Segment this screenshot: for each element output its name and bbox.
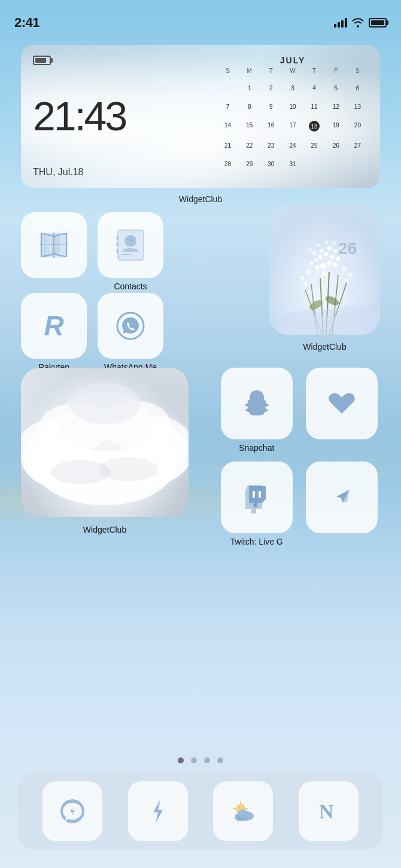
svg-point-26 [309, 261, 313, 265]
svg-point-29 [327, 246, 332, 250]
page-dot-2[interactable] [191, 757, 197, 763]
widgetclub-clouds-label: WidgetClub [21, 525, 189, 534]
svg-rect-12 [116, 249, 119, 253]
heart-icon[interactable] [306, 368, 378, 439]
svg-point-79 [238, 809, 248, 818]
cal-header-t1: T [260, 68, 281, 83]
twitch-icon[interactable] [221, 461, 293, 533]
twitch-label: Twitch: Live G [230, 537, 283, 546]
cal-header-m: M [239, 68, 260, 83]
svg-point-23 [324, 252, 329, 256]
status-bar: 2:41 [0, 0, 401, 36]
flowers-svg: 26 [269, 206, 380, 335]
svg-point-25 [330, 255, 335, 259]
contacts-svg [114, 228, 147, 262]
rakuten-icon[interactable]: R [21, 293, 87, 359]
svg-point-62 [99, 457, 159, 481]
svg-point-47 [325, 241, 328, 244]
contacts-app[interactable]: Contacts [98, 212, 163, 291]
whatsapp-me-app[interactable]: WhatsApp Me [98, 293, 163, 372]
status-icons [334, 18, 387, 27]
messenger-dock-icon[interactable] [42, 781, 102, 841]
svg-text:26: 26 [338, 239, 357, 258]
svg-rect-2 [41, 234, 50, 256]
cal-header-s1: S [217, 68, 238, 83]
svg-point-40 [315, 265, 320, 270]
clock-calendar-widget[interactable]: 21:43 THU, Jul.18 JULY S M T W T F S 1 2… [21, 45, 380, 188]
status-time: 2:41 [14, 15, 40, 30]
rakuten-app[interactable]: R Rakuten [21, 293, 87, 372]
page-dot-1[interactable] [178, 757, 184, 763]
widget-time: 21:43 [33, 96, 217, 136]
svg-rect-67 [259, 491, 261, 498]
widgetclub-label-top: WidgetClub [0, 194, 401, 204]
calendar-today: 18 [309, 121, 320, 132]
svg-rect-66 [253, 491, 255, 498]
twitch-app[interactable]: Twitch: Live G [218, 461, 295, 546]
compass-svg [324, 480, 359, 515]
svg-point-41 [333, 262, 338, 267]
whatsapp-icon[interactable] [98, 293, 163, 359]
twitch-svg [239, 480, 274, 515]
rakuten-r: R [44, 310, 63, 342]
clouds-svg [21, 368, 189, 517]
svg-point-60 [69, 383, 141, 424]
widgetclub-flowers-widget[interactable]: 26 [269, 206, 380, 335]
heart-app[interactable] [304, 368, 381, 453]
svg-rect-3 [51, 234, 60, 256]
svg-rect-9 [121, 254, 132, 255]
svg-point-33 [342, 267, 347, 271]
widgetclub-flowers-label: WidgetClub [269, 342, 380, 352]
page-dot-4[interactable] [217, 757, 223, 763]
svg-point-32 [306, 270, 311, 274]
cal-header-f: F [326, 68, 347, 83]
heart-svg [324, 386, 359, 421]
weather-dock-icon[interactable] [213, 781, 273, 841]
right-app-grid: Snapchat Twitch: Live G [218, 368, 380, 546]
calendar-grid: S M T W T F S 1 2 3 4 5 6 7 8 9 10 11 [217, 68, 368, 178]
svg-point-46 [309, 248, 312, 251]
notion-dock-icon[interactable]: N [299, 781, 359, 841]
svg-point-43 [317, 244, 320, 247]
wifi-icon [352, 18, 364, 27]
svg-point-36 [303, 282, 307, 286]
svg-point-42 [322, 271, 327, 276]
cal-header-t2: T [304, 68, 325, 83]
maps-app[interactable] [21, 212, 87, 278]
flowers-content: 26 [269, 206, 380, 335]
svg-point-44 [333, 242, 336, 245]
svg-point-38 [320, 263, 326, 269]
svg-rect-11 [116, 243, 119, 246]
svg-point-30 [312, 251, 316, 255]
svg-point-35 [348, 273, 352, 277]
battery-icon [369, 18, 387, 27]
maps-icon[interactable] [21, 212, 87, 278]
whatsapp-svg [114, 309, 147, 343]
widget-clock-left: 21:43 THU, Jul.18 [33, 56, 217, 178]
svg-point-39 [327, 261, 332, 266]
calendar-month: JULY [217, 56, 368, 65]
svg-point-24 [314, 258, 318, 262]
widgetclub-clouds-widget[interactable] [21, 368, 189, 517]
contacts-icon[interactable] [98, 212, 163, 278]
dock: N [18, 772, 383, 850]
snapchat-app[interactable]: Snapchat [218, 368, 295, 453]
svg-point-34 [300, 276, 304, 280]
widget-calendar: JULY S M T W T F S 1 2 3 4 5 6 7 8 [217, 56, 368, 178]
flash-dock-icon[interactable] [128, 781, 188, 841]
cal-header-w: W [282, 68, 303, 83]
cal-header-s2: S [347, 68, 368, 83]
snapchat-icon[interactable] [221, 368, 293, 439]
svg-point-37 [345, 279, 350, 283]
compass-app[interactable] [304, 461, 381, 546]
contacts-label: Contacts [114, 282, 147, 291]
weather-svg [227, 796, 259, 827]
compass-icon[interactable] [306, 461, 378, 533]
messenger-svg [57, 796, 88, 827]
page-dots [0, 757, 401, 763]
flash-svg [142, 796, 174, 827]
notion-svg: N [313, 796, 344, 827]
svg-point-28 [320, 249, 324, 253]
page-dot-3[interactable] [204, 757, 210, 763]
svg-text:N: N [319, 800, 334, 823]
